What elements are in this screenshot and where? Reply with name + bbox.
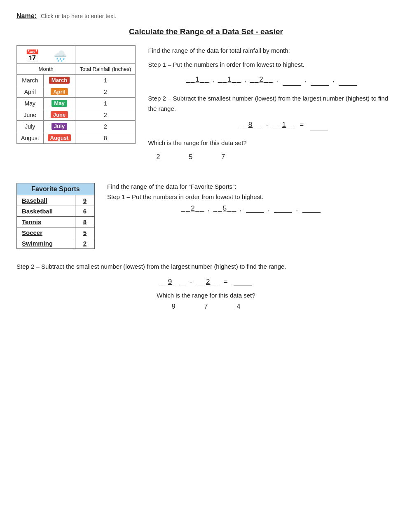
- month-badge-1: April: [43, 86, 75, 98]
- rainfall-val-0: 1: [75, 75, 136, 86]
- rainfall-row-4: July July 2: [17, 121, 136, 132]
- sports-row-3: Soccer 5: [17, 227, 95, 238]
- month-badge-4: July: [43, 121, 75, 132]
- rainfall-val-3: 2: [75, 109, 136, 121]
- sports-row-0: Baseball 9: [17, 195, 95, 206]
- sport-val-3: 5: [75, 227, 94, 238]
- rainfall-val-5: 8: [75, 132, 136, 144]
- month-name-4: July: [17, 121, 44, 132]
- rainfall-row-1: April April 2: [17, 86, 136, 98]
- calc-answer-blank-1: [310, 131, 328, 131]
- s2-answer-choice-2[interactable]: 7: [204, 303, 208, 310]
- sports-row-4: Swimming 2: [17, 238, 95, 249]
- section2-step1: Step 1 – Put the numbers in order from l…: [107, 193, 396, 200]
- name-input-placeholder[interactable]: Click or tap here to enter text.: [41, 13, 117, 19]
- calc-largest-1: 8: [248, 121, 253, 129]
- sport-name-1: Basketball: [17, 206, 75, 217]
- rainfall-row-5: August August 8: [17, 132, 136, 144]
- sports-row-1: Basketball 6: [17, 206, 95, 217]
- section1-which-range: Which is the range for this data set?: [148, 138, 396, 148]
- month-badge-3: June: [43, 109, 75, 121]
- section1-answers: 2 5 7: [156, 151, 396, 162]
- month-badge-0: March: [43, 75, 75, 86]
- blank-3: [339, 85, 357, 86]
- month-name-3: June: [17, 109, 44, 121]
- month-badge-5: August: [43, 132, 75, 144]
- rainfall-row-3: June June 2: [17, 109, 136, 121]
- rainfall-row-2: May May 1: [17, 98, 136, 109]
- rainfall-val-4: 2: [75, 121, 136, 132]
- section-2-wrapper: Favorite Sports Baseball 9 Basketball 6 …: [16, 183, 396, 310]
- sport-val-4: 2: [75, 238, 94, 249]
- month-name-2: May: [17, 98, 44, 109]
- rainfall-val-2: 1: [75, 98, 136, 109]
- rainfall-header: Total Rainfall (Inches): [75, 64, 136, 75]
- s2-blank-1: [246, 212, 264, 213]
- section2-which-range: Which is the range for this data set?: [16, 292, 396, 299]
- section1-steps: Find the range of the data for total rai…: [148, 45, 396, 171]
- rainfall-table: 📅 🌧️ Month Total Rainfall (Inches) March…: [16, 45, 136, 144]
- month-header: Month: [17, 64, 75, 75]
- sport-name-2: Tennis: [17, 217, 75, 227]
- sport-name-3: Soccer: [17, 227, 75, 238]
- sport-val-0: 9: [75, 195, 94, 206]
- s2-answer-choice-1[interactable]: 9: [172, 303, 176, 310]
- sports-table: Favorite Sports Baseball 9 Basketball 6 …: [16, 183, 95, 249]
- section1-step2: Step 2 – Subtract the smallest number (l…: [148, 93, 396, 114]
- section1-step1: Step 1 – Put the numbers in order from l…: [148, 59, 396, 70]
- sport-val-1: 6: [75, 206, 94, 217]
- section-1: 📅 🌧️ Month Total Rainfall (Inches) March…: [16, 45, 396, 171]
- sports-row-2: Tennis 8: [17, 217, 95, 227]
- name-line: Name: Click or tap here to enter text.: [16, 12, 396, 20]
- section2-order-line: __2__ , __5__ , , ,: [107, 204, 396, 213]
- section2-step2-full: Step 2 – Subtract the smallest number (l…: [16, 261, 396, 272]
- calc-smallest-1: 1: [282, 121, 286, 129]
- month-name-5: August: [17, 132, 44, 144]
- order-val-2: __1__: [218, 75, 241, 83]
- s2-calc-largest: 9: [168, 278, 172, 286]
- rainfall-header-empty: [75, 46, 136, 64]
- sports-table-area: Favorite Sports Baseball 9 Basketball 6 …: [16, 183, 95, 249]
- month-name-1: April: [17, 86, 44, 98]
- cloud-icon: 🌧️: [54, 50, 67, 62]
- name-label: Name:: [16, 12, 37, 19]
- sport-name-0: Baseball: [17, 195, 75, 206]
- section1-instruction: Find the range of the data for total rai…: [148, 45, 396, 56]
- s2-order-val-1: 2: [191, 204, 195, 212]
- order-val-1: __1__: [186, 75, 209, 83]
- sports-header: Favorite Sports: [17, 183, 95, 195]
- section1-calc: __8__ - __1__ =: [173, 119, 396, 131]
- rainfall-table-area: 📅 🌧️ Month Total Rainfall (Inches) March…: [16, 45, 136, 171]
- answer-choice-1[interactable]: 2: [156, 151, 160, 162]
- section2-step2: Step 2 – Subtract the smallest number (l…: [16, 263, 286, 270]
- month-name-0: March: [17, 75, 44, 86]
- blank-2: [311, 85, 329, 86]
- section2-calc: __9___ - __2__ =: [16, 278, 396, 286]
- answer-choice-2[interactable]: 5: [189, 151, 192, 162]
- section2-answers: 9 7 4: [16, 303, 396, 310]
- sport-name-4: Swimming: [17, 238, 75, 249]
- order-val-3: __2__: [250, 75, 273, 83]
- section2-steps: Find the range of the data for “Favorite…: [107, 183, 396, 249]
- s2-calc-answer-blank: [234, 286, 252, 286]
- month-icon-cell: 📅 🌧️: [17, 46, 75, 64]
- month-badge-2: May: [43, 98, 75, 109]
- s2-calc-smallest: 2: [206, 278, 210, 286]
- main-title: Calculate the Range of a Data Set - easi…: [16, 27, 396, 36]
- rainfall-val-1: 2: [75, 86, 136, 98]
- blank-1: [283, 85, 301, 86]
- s2-order-val-2: 5: [223, 204, 227, 212]
- rainfall-row-0: March March 1: [17, 75, 136, 86]
- s2-blank-2: [274, 212, 292, 213]
- section1-order-line: __1__ , __1__ , __2__ , , ,: [148, 74, 396, 86]
- section-2-top: Favorite Sports Baseball 9 Basketball 6 …: [16, 183, 396, 249]
- s2-answer-choice-3[interactable]: 4: [236, 303, 240, 310]
- s2-blank-3: [302, 212, 321, 213]
- answer-choice-3[interactable]: 7: [221, 151, 225, 162]
- calendar-icon: 📅: [25, 49, 40, 62]
- section2-instruction: Find the range of the data for “Favorite…: [107, 183, 396, 190]
- sport-val-2: 8: [75, 217, 94, 227]
